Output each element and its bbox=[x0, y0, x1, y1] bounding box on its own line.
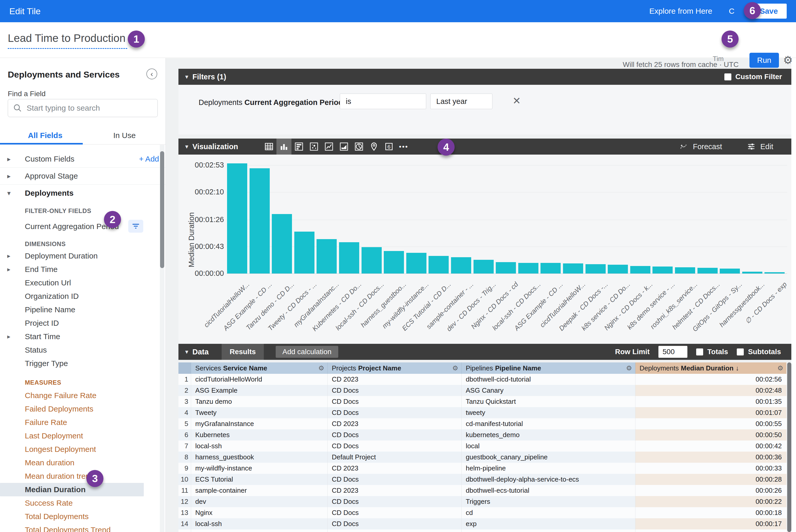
tile-title-input[interactable]: Lead Time to Production bbox=[8, 32, 127, 49]
column-header-median-duration[interactable]: Deployments Median Duration↓⚙ bbox=[635, 362, 786, 374]
timezone-dropdown[interactable]: Tim bbox=[713, 55, 724, 63]
edit-viz-button[interactable]: Edit bbox=[747, 142, 773, 151]
bar[interactable] bbox=[406, 253, 426, 273]
bar[interactable] bbox=[294, 232, 314, 273]
bar[interactable] bbox=[764, 272, 784, 273]
filter-value-input[interactable]: Last year bbox=[430, 94, 493, 109]
table-row[interactable]: 15ASG ExampleCD DocsASG Rolling00:00:17 bbox=[179, 529, 787, 532]
sidebar-item-custom-fields[interactable]: ▸ Custom Fields + Add bbox=[0, 150, 166, 168]
collapse-sidebar-icon[interactable]: ‹ bbox=[146, 69, 157, 79]
bar[interactable] bbox=[451, 257, 471, 273]
pie-chart-icon[interactable] bbox=[351, 138, 367, 155]
sidebar-field-trigger-type[interactable]: Trigger Type bbox=[0, 357, 166, 370]
bar[interactable] bbox=[384, 251, 404, 273]
add-calculation-button[interactable]: Add calculation bbox=[276, 346, 338, 358]
more-chart-types-icon[interactable]: ••• bbox=[399, 143, 408, 151]
sidebar-field-pipeline-name[interactable]: Pipeline Name bbox=[0, 303, 166, 317]
bar[interactable] bbox=[675, 267, 695, 273]
tab-in-use[interactable]: In Use bbox=[113, 131, 136, 140]
bar[interactable] bbox=[518, 263, 538, 273]
sidebar-measure-change-failure-rate[interactable]: Change Failure Rate bbox=[0, 389, 166, 402]
column-gear-icon[interactable]: ⚙ bbox=[452, 364, 458, 372]
sidebar-field-start-time[interactable]: ▸Start Time bbox=[0, 330, 166, 343]
add-custom-field-button[interactable]: + Add bbox=[139, 150, 159, 168]
horizontal-bar-chart-icon[interactable] bbox=[292, 138, 307, 155]
bar[interactable] bbox=[249, 168, 270, 273]
bar[interactable] bbox=[720, 269, 740, 273]
bar[interactable] bbox=[742, 272, 762, 273]
sidebar-field-organization-id[interactable]: Organization ID bbox=[0, 289, 166, 303]
field-current-aggregation-period[interactable]: Current Aggregation Period bbox=[0, 218, 166, 235]
sort-desc-icon[interactable]: ↓ bbox=[736, 364, 739, 372]
remove-filter-icon[interactable]: ✕ bbox=[513, 95, 521, 107]
forecast-button[interactable]: Forecast bbox=[679, 142, 722, 151]
table-row[interactable]: 13NginxCD Docscd00:00:18 bbox=[179, 507, 787, 518]
table-row[interactable]: 9my-wildfly-instanceCD 2023helm-pipeline… bbox=[179, 463, 787, 474]
bar[interactable] bbox=[496, 262, 516, 273]
sidebar-field-deployment-duration[interactable]: ▸Deployment Duration bbox=[0, 249, 166, 263]
column-header-pipeline-name[interactable]: Pipelines Pipeline Name⚙ bbox=[462, 362, 635, 374]
results-tab[interactable]: Results bbox=[222, 344, 264, 360]
sidebar-measure-median-duration[interactable]: Median Duration bbox=[0, 483, 144, 496]
table-scrollbar-thumb[interactable] bbox=[787, 362, 791, 532]
sidebar-field-end-time[interactable]: ▸End Time bbox=[0, 263, 166, 276]
bar[interactable] bbox=[630, 266, 650, 273]
tab-all-fields[interactable]: All Fields bbox=[28, 131, 62, 140]
caret-down-icon[interactable]: ▾ bbox=[185, 73, 188, 80]
sidebar-field-execution-url[interactable]: Execution Url bbox=[0, 276, 166, 289]
sidebar-measure-longest-deployment[interactable]: Longest Deployment bbox=[0, 442, 166, 456]
sidebar-measure-mean-duration[interactable]: Mean duration bbox=[0, 456, 166, 470]
table-row[interactable]: 1cicdTutorialHelloWorldCD 2023dbothwell-… bbox=[179, 374, 787, 385]
caret-right-icon[interactable]: ▸ bbox=[7, 249, 10, 263]
filter-by-field-button[interactable] bbox=[128, 220, 143, 233]
sidebar-measure-last-deployment[interactable]: Last Deployment bbox=[0, 429, 166, 442]
query-settings-gear-icon[interactable]: ⚙ bbox=[783, 54, 793, 66]
column-header-service-name[interactable]: Services Service Name⚙ bbox=[191, 362, 328, 374]
caret-right-icon[interactable]: ▸ bbox=[7, 150, 11, 168]
area-chart-icon[interactable] bbox=[336, 138, 351, 155]
map-chart-icon[interactable] bbox=[367, 138, 382, 155]
column-gear-icon[interactable]: ⚙ bbox=[626, 364, 632, 372]
table-row[interactable]: 14local-sshCD Docsexp00:00:17 bbox=[179, 518, 787, 529]
caret-right-icon[interactable]: ▸ bbox=[7, 168, 11, 185]
caret-right-icon[interactable]: ▸ bbox=[7, 263, 10, 276]
caret-down-icon[interactable]: ▾ bbox=[185, 348, 188, 356]
bar-chart-icon[interactable] bbox=[276, 138, 292, 155]
row-limit-input[interactable] bbox=[659, 346, 687, 358]
single-value-icon[interactable]: 6 bbox=[382, 138, 396, 155]
sidebar-item-deployments[interactable]: ▾ Deployments 2 bbox=[0, 185, 166, 202]
filter-operator-select[interactable]: is bbox=[340, 94, 426, 109]
explore-from-here-link[interactable]: Explore from Here bbox=[649, 7, 712, 16]
sidebar-measure-total-deployments-trend[interactable]: Total Deployments Trend bbox=[0, 523, 166, 532]
column-header-project-name[interactable]: Projects Project Name⚙ bbox=[328, 362, 462, 374]
bar[interactable] bbox=[540, 263, 561, 273]
bar[interactable] bbox=[272, 214, 292, 273]
scatter-chart-icon[interactable] bbox=[307, 138, 321, 155]
bar[interactable] bbox=[608, 265, 628, 273]
bar[interactable] bbox=[428, 256, 449, 273]
sidebar-measure-total-deployments[interactable]: Total Deployments bbox=[0, 510, 166, 523]
caret-down-icon[interactable]: ▾ bbox=[7, 185, 11, 202]
caret-down-icon[interactable]: ▾ bbox=[185, 143, 188, 150]
sidebar-field-project-id[interactable]: Project ID bbox=[0, 317, 166, 330]
bar[interactable] bbox=[317, 239, 337, 273]
table-row[interactable]: 6KubernetesCD Docskubernetes_demo00:00:5… bbox=[179, 430, 787, 440]
table-row[interactable]: 11sample-containerCD 2023dbothwell-ecs-t… bbox=[179, 485, 787, 496]
table-row[interactable]: 8harness_guestbookDefault Projectguestbo… bbox=[179, 452, 787, 463]
sidebar-field-status[interactable]: Status bbox=[0, 343, 166, 357]
bar[interactable] bbox=[339, 242, 359, 273]
bar[interactable] bbox=[227, 164, 247, 273]
bar[interactable] bbox=[698, 268, 718, 273]
sidebar-scrollbar-thumb[interactable] bbox=[160, 151, 164, 268]
sidebar-measure-success-rate[interactable]: Success Rate bbox=[0, 496, 166, 510]
table-row[interactable]: 2ASG ExampleCD DocsASG Canary00:02:48 bbox=[179, 385, 787, 396]
line-chart-icon[interactable] bbox=[321, 138, 336, 155]
bar[interactable] bbox=[652, 267, 673, 273]
table-row[interactable]: 7local-sshCD Docslocal00:00:42 bbox=[179, 440, 787, 452]
bar[interactable] bbox=[474, 260, 494, 273]
bar[interactable] bbox=[563, 263, 583, 273]
sidebar-measure-failure-rate[interactable]: Failure Rate bbox=[0, 416, 166, 429]
table-row[interactable]: 12devCD DocsTriggers00:00:22 bbox=[179, 496, 787, 507]
table-chart-icon[interactable] bbox=[261, 138, 276, 155]
cancel-link[interactable]: C bbox=[729, 7, 735, 16]
